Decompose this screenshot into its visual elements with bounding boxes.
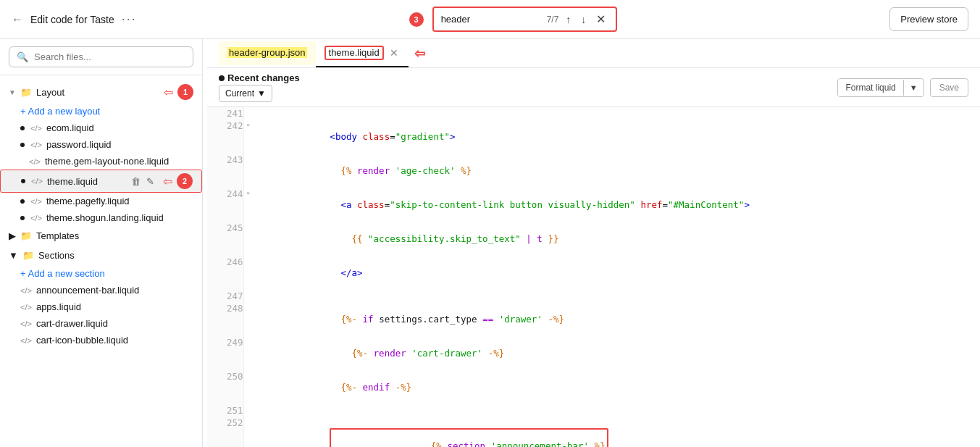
- file-label: theme.liquid: [47, 176, 125, 187]
- add-section-button[interactable]: + Add a new section: [0, 265, 202, 282]
- sidebar-item-gem[interactable]: </> theme.gem-layout-none.liquid: [0, 153, 202, 170]
- chevron-down-icon: ▼: [257, 88, 266, 99]
- code-line-242: 242 ▸ <body class="gradient">: [207, 120, 980, 154]
- recent-changes-label: Recent changes: [219, 72, 300, 83]
- code-editor[interactable]: 241 242 ▸ <body class="gradient"> 243: [207, 107, 980, 447]
- file-code-icon: </>: [20, 303, 32, 312]
- code-line-244: 244 ▸ <a class="skip-to-content-link but…: [207, 188, 980, 222]
- edit-icon[interactable]: ✎: [145, 175, 156, 188]
- file-code-icon: </>: [30, 124, 42, 133]
- sidebar-item-announcement[interactable]: </> announcement-bar.liquid: [0, 282, 202, 298]
- sidebar-item-cart-drawer[interactable]: </> cart-drawer.liquid: [0, 315, 202, 332]
- sidebar-templates-section[interactable]: ▶ 📁 Templates: [0, 226, 202, 246]
- sidebar-item-theme-liquid[interactable]: </> theme.liquid 🗑 ✎ ⇦ 2: [0, 170, 202, 193]
- sidebar-layout-section[interactable]: ▼ 📁 Layout ⇦ 1: [0, 81, 202, 103]
- file-label: cart-icon-bubble.liquid: [36, 335, 193, 346]
- tab-bar: header-group.json theme.liquid ✕ ⇦: [207, 39, 980, 68]
- file-code-icon: </>: [30, 197, 42, 206]
- folder-icon: 📁: [20, 87, 32, 98]
- file-code-icon: </>: [29, 157, 41, 166]
- search-next-button[interactable]: ↓: [578, 12, 589, 27]
- file-label: theme.shogun.landing.liquid: [46, 212, 193, 223]
- format-liquid-dropdown[interactable]: ▼: [903, 80, 924, 96]
- sidebar-item-cart-icon[interactable]: </> cart-icon-bubble.liquid: [0, 332, 202, 348]
- sidebar-sections-section[interactable]: ▼ 📁 Sections: [0, 246, 202, 265]
- search-files-input[interactable]: [34, 51, 185, 62]
- sidebar-item-password[interactable]: </> password.liquid: [0, 136, 202, 153]
- file-code-icon: </>: [20, 319, 32, 328]
- modified-dot: [21, 179, 25, 183]
- code-line-247: 247: [207, 290, 980, 302]
- add-layout-button[interactable]: + Add a new layout: [0, 103, 202, 120]
- folder-icon: 📁: [20, 230, 32, 241]
- annotation-1-badge: 1: [177, 84, 193, 100]
- arrow-annotation-1: ⇦: [164, 85, 173, 99]
- code-line-243: 243 {% render 'age-check' %}: [207, 154, 980, 188]
- format-liquid-button[interactable]: Format liquid: [838, 79, 902, 96]
- chevron-down-icon: ▼: [9, 250, 18, 261]
- arrow-annotation-tab: ⇦: [414, 46, 425, 62]
- file-code-icon: </>: [31, 177, 43, 185]
- sidebar-item-apps[interactable]: </> apps.liquid: [0, 298, 202, 315]
- more-button[interactable]: ···: [122, 12, 137, 27]
- code-search-input[interactable]: [441, 14, 543, 25]
- indicator-dot: [219, 75, 225, 81]
- folder-icon: 📁: [22, 250, 34, 261]
- preview-store-button[interactable]: Preview store: [889, 7, 968, 31]
- search-prev-button[interactable]: ↑: [563, 12, 574, 27]
- chevron-down-icon: ▼: [9, 88, 16, 96]
- sidebar-item-pagefly[interactable]: </> theme.pagefly.liquid: [0, 193, 202, 209]
- file-label: theme.gem-layout-none.liquid: [45, 156, 193, 167]
- modified-dot: [20, 216, 25, 220]
- file-code-icon: </>: [30, 214, 42, 222]
- code-line-246: 246 </a>: [207, 256, 980, 290]
- recent-changes-area: Recent changes Current ▼: [219, 72, 300, 102]
- top-bar-left: ← Edit code for Taste ···: [12, 12, 137, 27]
- arrow-annotation-2: ⇦: [163, 175, 172, 188]
- tab-close-button[interactable]: ✕: [388, 47, 400, 59]
- search-close-button[interactable]: ✕: [593, 11, 608, 28]
- sidebar-file-tree: ▼ 📁 Layout ⇦ 1 + Add a new layout </> ec…: [0, 75, 202, 447]
- file-code-icon: </>: [20, 286, 32, 295]
- search-files-input-wrapper: 🔍: [9, 46, 193, 67]
- modified-dot: [20, 126, 25, 130]
- tab-label-bordered: theme.liquid: [324, 46, 384, 60]
- tab-theme-liquid[interactable]: theme.liquid ✕: [316, 40, 409, 67]
- code-line-249: 249 {%- render 'cart-drawer' -%}: [207, 336, 980, 370]
- sections-label: Sections: [38, 250, 75, 261]
- annotation-3-badge: 3: [409, 12, 424, 27]
- file-label: ecom.liquid: [46, 122, 193, 133]
- modified-dot: [20, 199, 25, 204]
- sidebar-item-shogun[interactable]: </> theme.shogun.landing.liquid: [0, 209, 202, 226]
- current-select[interactable]: Current ▼: [219, 85, 272, 102]
- save-button[interactable]: Save: [930, 78, 968, 97]
- file-code-icon: </>: [30, 141, 42, 149]
- toolbar-right: Format liquid ▼ Save: [837, 78, 968, 97]
- modified-dot: [20, 143, 25, 147]
- format-liquid-group: Format liquid ▼: [837, 78, 924, 97]
- code-line-252: 252 {% section 'announcement-bar' %} {% …: [207, 417, 980, 447]
- file-code-icon: </>: [20, 336, 32, 345]
- editor-toolbar: Recent changes Current ▼ Format liquid ▼…: [207, 68, 980, 107]
- code-line-245: 245 {{ "accessibility.skip_to_text" | t …: [207, 222, 980, 256]
- sidebar-item-ecom[interactable]: </> ecom.liquid: [0, 120, 202, 136]
- line-number: 241: [207, 107, 243, 120]
- file-label: password.liquid: [46, 139, 193, 150]
- chevron-right-icon: ▶: [9, 230, 16, 241]
- search-container: 3 7/7 ↑ ↓ ✕: [409, 7, 618, 32]
- code-line-248: 248 {%- if settings.cart_type == 'drawer…: [207, 302, 980, 336]
- main-content: 🔍 ▼ 📁 Layout ⇦ 1 + Add a new layout </> …: [0, 39, 980, 447]
- tab-label: header-group.json: [227, 47, 307, 58]
- search-icon: 🔍: [17, 51, 28, 62]
- annotation-2-badge: 2: [177, 173, 193, 189]
- delete-icon[interactable]: 🗑: [130, 175, 142, 188]
- file-label: theme.pagefly.liquid: [46, 196, 193, 206]
- file-label: cart-drawer.liquid: [36, 318, 193, 329]
- back-icon[interactable]: ←: [12, 13, 23, 26]
- file-label: announcement-bar.liquid: [36, 285, 193, 296]
- code-line-241: 241: [207, 107, 980, 120]
- code-search-bar: 7/7 ↑ ↓ ✕: [432, 7, 618, 32]
- tab-header-group[interactable]: header-group.json: [219, 41, 316, 65]
- layout-label: Layout: [36, 87, 156, 98]
- search-count: 7/7: [547, 14, 559, 25]
